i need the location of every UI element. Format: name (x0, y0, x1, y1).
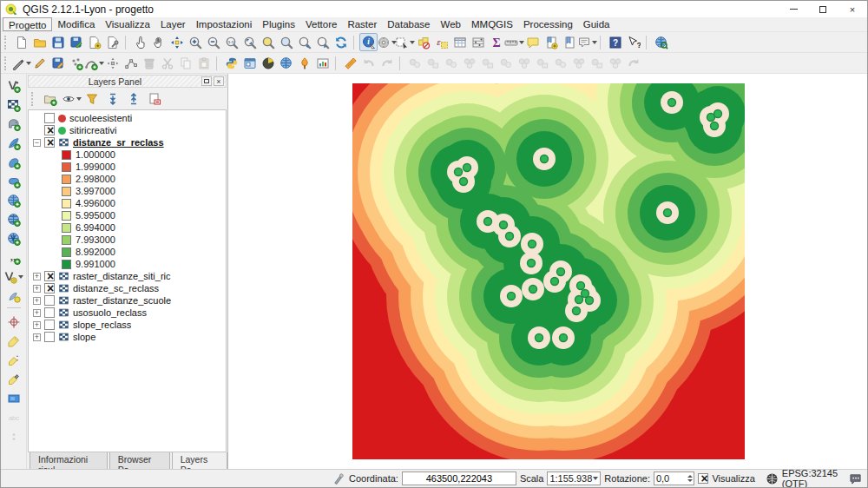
help-contents-button[interactable]: ? (606, 33, 624, 51)
layer-row-sitiricreativi[interactable]: sitiricreativi (29, 124, 226, 136)
pin-labels-button[interactable] (3, 370, 23, 389)
add-wms-layer-button[interactable] (3, 191, 23, 210)
dropdown-arrow-icon[interactable] (592, 41, 597, 44)
cad-ruler-button[interactable] (341, 54, 359, 72)
layer-visibility-checkbox[interactable] (44, 113, 55, 123)
layer-name[interactable]: distanze_sc_reclass (73, 283, 159, 293)
menu-processing[interactable]: Processing (518, 17, 578, 31)
menu-mmqgis[interactable]: MMQGIS (466, 17, 518, 31)
zoom-next-button[interactable] (313, 33, 332, 51)
osgeo-plugin-button[interactable] (259, 54, 277, 72)
zoom-full-extent-button[interactable] (240, 33, 259, 51)
menu-visualizza[interactable]: Visualizza (100, 17, 155, 31)
layer-row-slope[interactable]: +slope (29, 331, 226, 343)
layer-visibility-checkbox[interactable] (44, 137, 55, 148)
layer-row-raster_distanze_siti_ric[interactable]: +raster_distanze_siti_ric (29, 270, 226, 282)
menu-plugins[interactable]: Plugins (257, 17, 300, 31)
menu-impostazioni[interactable]: Impostazioni (191, 17, 258, 31)
add-spatialite-layer-button[interactable] (3, 134, 23, 153)
layer-row-raster_distanze_scuole[interactable]: +raster_distanze_scuole (29, 294, 226, 307)
zoom-in-button[interactable] (186, 33, 204, 51)
layer-visibility-checkbox[interactable] (44, 125, 55, 135)
panel-float-button[interactable] (201, 76, 212, 86)
menu-raster[interactable]: Raster (342, 17, 382, 31)
save-project-button[interactable] (49, 33, 67, 51)
layer-row-scuoleesistenti[interactable]: scuoleesistenti (29, 112, 226, 124)
layer-name[interactable]: sitiricreativi (69, 125, 116, 135)
show-bookmarks-button[interactable] (560, 33, 578, 51)
layer-name[interactable]: slope_reclass (73, 320, 131, 330)
layer-name[interactable]: raster_distanze_siti_ric (73, 271, 171, 281)
add-oracle-layer-button[interactable] (3, 172, 23, 191)
map-canvas[interactable] (352, 83, 745, 459)
add-vector-layer-button[interactable] (3, 76, 23, 96)
menu-web[interactable]: Web (436, 17, 466, 31)
pan-to-selection-button[interactable] (168, 33, 186, 51)
layer-visibility-checkbox[interactable] (44, 307, 55, 318)
expand-expander-icon[interactable]: + (33, 273, 41, 280)
expand-expander-icon[interactable]: + (33, 333, 41, 341)
dropdown-arrow-icon[interactable] (76, 97, 82, 101)
close-button[interactable]: × (838, 1, 867, 17)
layer-name[interactable]: raster_distanze_scuole (73, 295, 171, 306)
identify-features-button[interactable]: i (359, 33, 378, 51)
whats-this-button[interactable]: ? (624, 33, 642, 51)
run-feature-action-button[interactable] (378, 33, 396, 51)
map-tips-button[interactable] (523, 33, 542, 51)
highlight-pinned-labels-button[interactable] (3, 389, 23, 408)
expand-all-button[interactable] (103, 90, 122, 109)
layer-row-distanze_sr_reclass[interactable]: −distanze_sr_reclass (29, 136, 226, 148)
filter-legend-button[interactable] (82, 90, 102, 109)
expand-expander-icon[interactable]: + (33, 321, 41, 329)
plugin-window-button[interactable] (240, 54, 259, 72)
layer-visibility-checkbox[interactable] (44, 320, 55, 330)
expand-expander-icon[interactable]: + (33, 297, 41, 305)
layer-name[interactable]: scuoleesistenti (69, 113, 132, 123)
render-checkbox[interactable] (698, 473, 708, 484)
add-circular-string-button[interactable] (85, 54, 103, 72)
refresh-map-button[interactable] (332, 33, 350, 51)
zoom-to-layer-button[interactable] (277, 33, 295, 51)
open-project-button[interactable] (30, 33, 49, 51)
add-postgis-layer-button[interactable] (3, 115, 23, 134)
layer-visibility-checkbox[interactable] (44, 271, 55, 281)
new-spatialite-layer-button[interactable] (3, 287, 23, 306)
expand-expander-icon[interactable]: + (33, 285, 41, 293)
layer-row-distanze_sc_reclass[interactable]: +distanze_sc_reclass (29, 282, 226, 294)
pan-map-button[interactable] (149, 33, 168, 51)
layer-visibility-checkbox[interactable] (44, 295, 55, 306)
zoom-last-button[interactable] (295, 33, 313, 51)
menu-layer[interactable]: Layer (155, 17, 191, 31)
rotation-spinbox[interactable]: 0,0 (654, 472, 695, 485)
add-raster-layer-button[interactable] (3, 96, 23, 115)
panel-close-button[interactable]: × (214, 76, 224, 86)
zoom-native-resolution-button[interactable]: 1:1 (222, 33, 240, 51)
openlayers-plugin-button[interactable] (277, 54, 295, 72)
torch-plugin-button[interactable] (295, 54, 313, 72)
crs-status-button[interactable]: EPSG:32145 (OTF) (782, 468, 842, 488)
toggle-editing-button[interactable] (30, 54, 49, 72)
layer-name[interactable]: distanze_sr_reclass (73, 137, 164, 148)
text-annotation-button[interactable] (578, 33, 596, 51)
menu-modifica[interactable]: Modifica (52, 17, 100, 31)
composer-plugin-button[interactable] (313, 54, 332, 72)
expand-expander-icon[interactable]: + (33, 309, 41, 317)
composer-manager-button[interactable] (103, 33, 122, 51)
add-wfs-layer-button[interactable] (3, 229, 23, 248)
spinner-arrows-icon[interactable] (687, 472, 693, 485)
menu-database[interactable]: Database (382, 17, 435, 31)
new-project-button[interactable] (12, 33, 30, 51)
osm-place-search-button[interactable] (652, 33, 670, 51)
layer-row-slope_reclass[interactable]: +slope_reclass (29, 319, 226, 331)
messages-bubble-icon[interactable] (849, 472, 862, 485)
add-group-button[interactable] (41, 90, 60, 109)
save-project-as-button[interactable] (67, 33, 85, 51)
layer-name[interactable]: usosuolo_reclass (73, 307, 147, 318)
remove-layer-group-button[interactable] (145, 90, 164, 109)
move-feature-button[interactable] (103, 54, 122, 72)
zoom-to-selection-button[interactable] (259, 33, 277, 51)
scale-combobox[interactable]: 1:155.938 (547, 472, 601, 485)
save-layer-edits-button[interactable] (49, 54, 67, 72)
current-edits-button[interactable] (12, 54, 30, 72)
new-shapefile-layer-button[interactable] (3, 267, 23, 287)
